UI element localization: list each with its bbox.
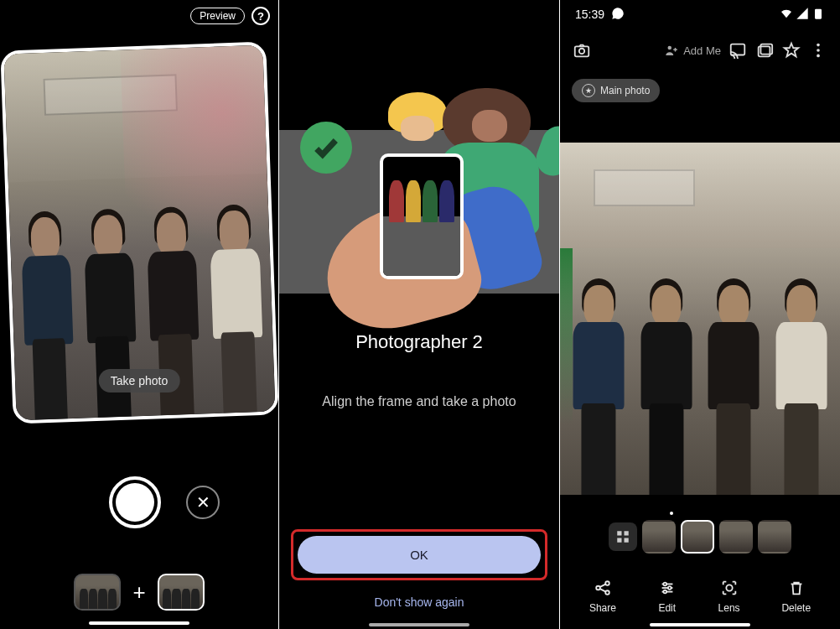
filmstrip-thumb-1[interactable]: [642, 520, 676, 554]
preview-button[interactable]: Preview: [190, 8, 245, 24]
illustration-phone-hand: [367, 158, 480, 300]
home-indicator: [369, 623, 469, 626]
favorite-star-icon[interactable]: [781, 40, 801, 60]
svg-line-17: [599, 584, 605, 587]
capture-thumbnail-row: +: [0, 574, 278, 611]
camera-capture-panel: Preview ? Take photo ✕ +: [0, 0, 279, 629]
svg-point-9: [817, 55, 820, 58]
dont-show-again-link[interactable]: Don't show again: [279, 595, 559, 609]
svg-point-2: [579, 49, 584, 54]
home-indicator: [650, 623, 750, 626]
grid-view-button[interactable]: [609, 522, 637, 551]
tutorial-subtitle: Align the frame and take a photo: [279, 394, 559, 409]
viewer-top-bar: Add Me: [560, 40, 840, 60]
svg-point-22: [663, 583, 666, 586]
edit-button[interactable]: Edit: [658, 579, 677, 614]
svg-rect-12: [617, 538, 621, 543]
photo-viewer-panel: 15:39 Add Me Main photo: [560, 0, 840, 629]
filmstrip-thumb-3[interactable]: [719, 520, 753, 554]
wifi-icon: [780, 7, 793, 23]
filmstrip-selected-dot: [670, 512, 673, 515]
more-menu-icon[interactable]: [808, 40, 828, 60]
gallery-icon[interactable]: [754, 40, 775, 60]
svg-point-23: [668, 586, 671, 590]
cast-icon[interactable]: [728, 40, 748, 60]
svg-rect-4: [731, 44, 745, 55]
capture-thumbnail-2[interactable]: [158, 574, 205, 611]
battery-icon: [811, 7, 825, 23]
tutorial-panel: Photographer 2 Align the frame and take …: [279, 0, 560, 629]
svg-rect-13: [625, 538, 629, 543]
filmstrip: [560, 520, 840, 554]
ok-button[interactable]: OK: [298, 536, 541, 574]
take-photo-hint: Take photo: [99, 369, 180, 392]
success-check-icon: [300, 122, 352, 174]
svg-rect-0: [815, 8, 822, 18]
signal-icon: [796, 7, 809, 23]
whatsapp-notification-icon: [611, 7, 625, 23]
svg-line-18: [599, 589, 605, 592]
share-button[interactable]: Share: [589, 579, 616, 614]
help-icon[interactable]: ?: [251, 7, 270, 25]
svg-rect-10: [617, 531, 621, 535]
result-photo[interactable]: [560, 143, 840, 495]
delete-button[interactable]: Delete: [781, 579, 811, 614]
shutter-button[interactable]: [109, 476, 161, 528]
ok-button-highlight: OK: [291, 529, 547, 580]
svg-point-3: [668, 46, 672, 50]
add-me-button[interactable]: Add Me: [664, 43, 721, 58]
svg-point-8: [817, 49, 820, 52]
add-me-label: Add Me: [683, 44, 721, 57]
status-bar: 15:39: [560, 0, 840, 29]
main-photo-chip[interactable]: Main photo: [572, 79, 660, 102]
lens-button[interactable]: Lens: [718, 579, 740, 614]
svg-point-7: [817, 44, 820, 47]
svg-point-25: [726, 585, 732, 590]
status-time: 15:39: [575, 8, 604, 21]
camera-icon[interactable]: [572, 40, 592, 60]
home-indicator: [89, 621, 189, 625]
filmstrip-thumb-4[interactable]: [758, 520, 791, 554]
filmstrip-thumb-2[interactable]: [681, 520, 714, 554]
svg-rect-11: [625, 531, 629, 535]
close-button[interactable]: ✕: [186, 486, 220, 519]
camera-viewfinder: [0, 42, 278, 424]
capture-thumbnail-1[interactable]: [74, 574, 121, 611]
action-bar: Share Edit Lens Delete: [560, 579, 840, 614]
add-capture-icon[interactable]: +: [132, 580, 145, 606]
tutorial-title: Photographer 2: [279, 331, 559, 353]
svg-point-24: [663, 590, 666, 594]
